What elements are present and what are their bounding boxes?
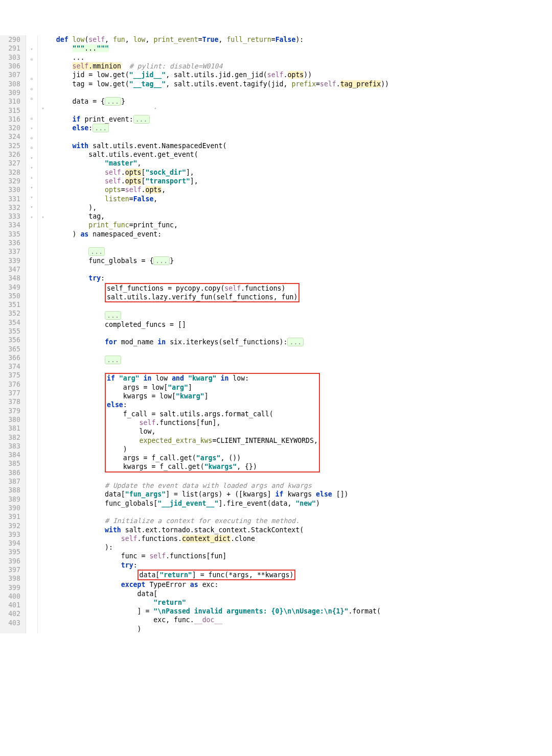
fold-icon[interactable]: ⊕ — [26, 114, 37, 123]
fold-icon[interactable]: ⊕ — [26, 134, 37, 143]
folded-region[interactable]: ... — [133, 115, 150, 124]
folded-region[interactable]: ... — [287, 338, 304, 346]
highlight-box-2: if "arg" in low and "kwarg" in low: args… — [105, 373, 320, 472]
folded-region[interactable]: ... — [88, 247, 105, 256]
folded-region[interactable]: ... — [153, 256, 170, 265]
folded-region[interactable]: ... — [105, 311, 121, 320]
fold-icon[interactable]: ⊕ — [26, 94, 37, 103]
fold-icon[interactable]: ⊕ — [26, 75, 37, 83]
folded-region[interactable]: ... — [93, 124, 109, 132]
fold-column[interactable]: ▾ ⊕ ⊕ ⊕ ⊕ ▾ ▾ ⊕ ▾ ⊕ ⊕ ▾ ▾ ▴ ▾ ▾ ▾ ▾▾ — [26, 35, 38, 633]
fold-icon[interactable]: ⊕ — [26, 55, 37, 64]
line-number-gutter: 2902913033063073083093103153163203243253… — [0, 35, 26, 633]
fold-icon[interactable]: ⊕ — [26, 85, 37, 93]
highlight-box-1: self_functions = pycopy.copy(self.functi… — [105, 283, 300, 303]
fold-icon[interactable]: ▾ — [26, 45, 37, 54]
fold-icon[interactable]: ⊕ — [26, 144, 37, 152]
folded-region[interactable]: ... — [105, 356, 121, 364]
code-editor[interactable]: 2902913033063073083093103153163203243253… — [0, 35, 552, 633]
highlight-box-3: data["return"] = func(*args, **kwargs) — [137, 570, 296, 580]
code-area[interactable]: def low(self, fun, low, print_event=True… — [38, 35, 552, 633]
